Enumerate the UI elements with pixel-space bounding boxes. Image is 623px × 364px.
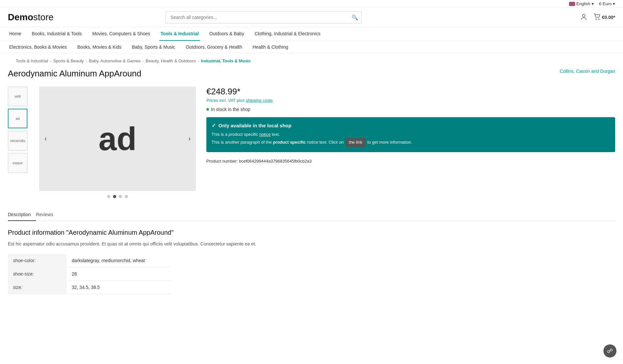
breadcrumb-sep-0: › [50,59,51,63]
search-button[interactable]: 🔍 [352,14,358,21]
brand-link[interactable]: Collins, Cassin and Durgan [560,69,615,74]
account-icon [581,13,587,22]
nav-home[interactable]: Home [8,27,23,41]
breadcrumb-item-2[interactable]: Baby, Automotive & Games [89,58,140,63]
currency-label: € Euro [599,1,612,6]
product-thumbnails: velit ad reiciendis eaque [8,87,29,198]
shipping-costs-link[interactable]: shipping costs [246,98,273,103]
product-info-section: Product information "Aerodynamic Aluminu… [8,229,615,294]
spec-row-0: shoe-color: darkslategray, mediumorchid,… [8,254,171,267]
logo-bold: Demo [8,12,33,22]
nav-primary: Home Books, Industrial & Tools Movies, C… [0,27,623,41]
thumbnail-label-2: reiciendis [10,139,25,143]
specs-table: shoe-color: darkslategray, mediumorchid,… [8,254,171,294]
search-icon: 🔍 [352,15,358,20]
notice-bold: product specific [273,140,306,145]
thumbnail-2[interactable]: reiciendis [8,131,27,150]
search-input[interactable] [166,11,361,24]
nav-outdoors-baby[interactable]: Outdoors & Baby [208,27,246,41]
spec-value-0: darkslategray, mediumorchid, wheat [67,254,171,267]
product-price: €248.99* [206,87,615,97]
currency-selector[interactable]: € Euro ▾ [599,1,615,6]
cart-total: €0.00* [602,15,615,20]
nav-clothing[interactable]: Clothing, Industrial & Electronics [253,27,322,41]
nav-sec-outdoors-grocery[interactable]: Outdoors, Grocery & Health [184,41,244,53]
top-bar: English ▾ € Euro ▾ [0,0,623,8]
thumbnail-label-3: eaque [13,161,23,165]
spec-key-2: size: [8,281,67,294]
nav-sec-health[interactable]: Health & Clothing [251,41,290,53]
breadcrumb-item-3[interactable]: Beauty, Health & Outdoors [146,58,196,63]
spec-row-2: size: 32, 34.5, 38.5 [8,281,171,294]
breadcrumb-item-0[interactable]: Tools & Industrial [16,58,48,63]
breadcrumb-item-4: Industrial, Tools & Music [201,58,251,63]
notice-box: ✓ Only available in the local shop This … [206,117,615,152]
language-label: English [576,1,590,6]
nav-secondary: Electronics, Books & Movies Books, Movie… [0,41,623,53]
stock-label: In stock in the shop [211,107,250,112]
dot-3[interactable] [125,195,128,198]
language-dropdown-icon: ▾ [592,1,594,6]
notice-title-text: Only available in the local shop [218,123,291,128]
product-header: Aerodynamic Aluminum AppAround Collins, … [8,69,615,79]
header: Demostore 🔍 €0.00* [0,8,623,27]
stock-dot [206,108,209,111]
product-description: Est hic aspernatur odio accusamus provid… [8,240,615,247]
flag-icon [569,2,575,6]
stock-status: In stock in the shop [206,107,615,112]
product-layout: velit ad reiciendis eaque ‹ ad › [8,87,615,198]
cart-icon [594,13,601,22]
spec-key-1: shoe-size: [8,267,67,281]
carousel-dots [39,195,196,198]
nav-sec-baby-sports[interactable]: Baby, Sports & Music [131,41,177,53]
tab-reviews[interactable]: Reviews [36,209,58,221]
product-number-label: Product number: [206,159,238,164]
notice-italic: product [229,132,243,137]
cart-link[interactable]: €0.00* [594,13,615,22]
product-number-value: bcef064299444a3796835645fb0cb2a3 [239,159,312,164]
dot-0[interactable] [107,195,110,198]
breadcrumb-sep-3: › [198,59,199,63]
product-title: Aerodynamic Aluminum AppAround [8,69,141,79]
product-info-title: Product information "Aerodynamic Aluminu… [8,229,615,236]
logo[interactable]: Demostore [8,12,54,23]
svg-point-3 [598,19,599,20]
product-info-panel: €248.99* Prices incl. VAT plus shipping … [206,87,615,198]
product-main-image: ‹ ad › [39,87,196,198]
nav-sec-electronics[interactable]: Electronics, Books & Movies [8,41,68,53]
currency-dropdown-icon: ▾ [613,1,615,6]
svg-point-1 [583,14,585,17]
breadcrumb-sep-2: › [142,59,144,63]
search-bar: 🔍 [166,11,361,24]
nav-sec-books-movies[interactable]: Books, Movies & Kids [76,41,123,53]
carousel-next[interactable]: › [186,132,193,146]
product-tabs: Description Reviews [8,209,615,221]
thumbnail-1[interactable]: ad [8,109,27,128]
main-image-text: ad [99,120,137,158]
spec-value-2: 32, 34.5, 38.5 [67,281,171,294]
notice-link[interactable]: the link [345,138,365,147]
price-note: Prices incl. VAT plus shipping costs [206,98,615,103]
notice-title: ✓ Only available in the local shop [212,122,610,129]
nav-tools-industrial[interactable]: Tools & Industrial [159,27,200,41]
breadcrumb-item-1[interactable]: Sports & Beauty [53,58,84,63]
nav-books-industrial[interactable]: Books, Industrial & Tools [30,27,83,41]
product-page: Tools & Industrial › Sports & Beauty › B… [0,53,623,307]
carousel-prev[interactable]: ‹ [42,132,49,146]
account-link[interactable] [581,13,587,22]
notice-text: This is a product specific notice text. … [212,131,610,147]
product-number: Product number: bcef064299444a3796835645… [206,159,615,164]
dot-1[interactable] [113,195,116,198]
thumbnail-label-0: velit [14,94,21,98]
nav-movies-computers[interactable]: Movies, Computers & Shoes [91,27,151,41]
tab-description[interactable]: Description [8,209,36,221]
notice-check-icon: ✓ [212,122,216,129]
breadcrumb-sep-1: › [86,59,87,63]
logo-light: store [33,12,54,22]
language-selector[interactable]: English ▾ [569,1,594,6]
thumbnail-0[interactable]: velit [8,87,27,106]
dot-2[interactable] [119,195,122,198]
breadcrumb: Tools & Industrial › Sports & Beauty › B… [8,53,615,69]
price-note-text: Prices incl. VAT plus [206,98,246,103]
thumbnail-3[interactable]: eaque [8,153,27,173]
